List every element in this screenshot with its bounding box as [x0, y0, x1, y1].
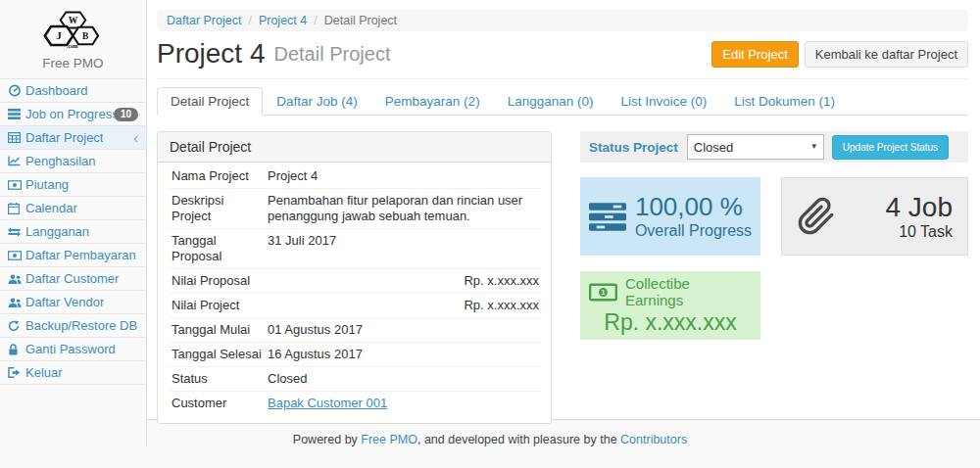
- sidebar-item-label: Job on Progress: [25, 107, 114, 121]
- customer-link[interactable]: Bapak Customer 001: [268, 396, 387, 410]
- svg-text:W: W: [69, 15, 78, 25]
- svg-text:1: 1: [601, 288, 606, 297]
- sidebar-item-ganti-password[interactable]: Ganti Password: [0, 338, 146, 361]
- sign-out-icon: [8, 367, 25, 378]
- job-count-card: 4 Job 10 Task: [781, 177, 968, 256]
- back-to-project-list-button[interactable]: Kembali ke daftar Project: [805, 41, 968, 68]
- refresh-icon: [8, 320, 25, 332]
- sidebar-item-job-on-progress[interactable]: Job on Progress 10: [0, 103, 146, 126]
- sidebar-item-daftar-vendor[interactable]: Daftar Vendor: [0, 291, 146, 314]
- detail-row-value: Rp. x.xxx.xxx: [268, 273, 539, 289]
- edit-project-button[interactable]: Edit Project: [711, 41, 798, 68]
- tab-detail-project[interactable]: Detail Project: [157, 87, 263, 116]
- lock-icon: [8, 344, 25, 355]
- sidebar-item-label: Daftar Pembayaran: [25, 248, 136, 262]
- money-icon: 1: [589, 283, 617, 302]
- breadcrumb: Daftar Project/Project 4/Detail Project: [157, 10, 968, 31]
- detail-row: Tanggal Selesai 16 Agustus 2017: [170, 343, 541, 367]
- sidebar-item-label: Backup/Restore DB: [25, 318, 137, 333]
- chevron-left-icon: ‹: [133, 131, 138, 145]
- tab-langganan-0[interactable]: Langganan (0): [494, 87, 608, 116]
- footer-text: Powered by: [293, 433, 361, 446]
- tab-pembayaran-2[interactable]: Pembayaran (2): [371, 87, 494, 116]
- page-header: Project 4 Detail Project Edit Project Ke…: [157, 38, 968, 70]
- detail-row-label: Tanggal Proposal: [172, 233, 268, 264]
- contributors-link[interactable]: Contributors: [620, 433, 687, 446]
- status-select[interactable]: Closed: [687, 134, 824, 160]
- sidebar-item-daftar-customer[interactable]: Daftar Customer: [0, 267, 146, 291]
- svg-text:J: J: [56, 29, 62, 41]
- sidebar-item-penghasilan[interactable]: Penghasilan: [0, 150, 146, 173]
- tab-content: Detail Project Nama Project Project 4 De…: [157, 116, 968, 424]
- detail-row-value: Bapak Customer 001: [268, 396, 539, 411]
- status-project-bar: Status Project Closed ▼ Update Project S…: [580, 131, 968, 163]
- tab-list-dokumen-1[interactable]: List Dokumen (1): [720, 87, 849, 116]
- logo-block: W J B .com Free PMO: [0, 0, 146, 70]
- main-content: Daftar Project/Project 4/Detail Project …: [147, 0, 980, 420]
- tasks-icon: [8, 109, 25, 119]
- detail-row-value: Project 4: [268, 168, 539, 184]
- detail-row: Tanggal Mulai 01 Agustus 2017: [170, 318, 541, 343]
- earnings-value: Rp. x.xxx.xxx: [589, 309, 752, 336]
- sidebar-item-piutang[interactable]: Piutang: [0, 173, 146, 197]
- earnings-label: Collectibe Earnings: [625, 275, 752, 308]
- sidebar-item-backup-restore-db[interactable]: Backup/Restore DB: [0, 314, 146, 338]
- sidebar-item-label: Calendar: [25, 201, 77, 215]
- jwb-logo-icon: W J B .com: [40, 6, 106, 50]
- overall-progress-card: 100,00 % Overall Progress: [580, 177, 760, 256]
- exchange-icon: [8, 227, 25, 237]
- page-subtitle: Detail Project: [274, 43, 391, 66]
- detail-row-value: Penambahan fitur pelaporan dan rincian u…: [268, 193, 539, 224]
- detail-project-panel: Detail Project Nama Project Project 4 De…: [157, 131, 552, 424]
- page-title: Project 4: [157, 38, 266, 70]
- sidebar-item-label: Dashboard: [25, 83, 88, 98]
- sidebar-item-calendar[interactable]: Calendar: [0, 197, 146, 220]
- sidebar-item-label: Keluar: [25, 365, 63, 380]
- count-badge: 10: [114, 108, 138, 121]
- detail-row-label: Nilai Proposal: [172, 273, 268, 289]
- detail-row-value: Closed: [268, 371, 539, 387]
- users-icon: [8, 298, 25, 307]
- money-icon: [8, 251, 25, 260]
- sidebar-item-keluar[interactable]: Keluar: [0, 361, 146, 385]
- detail-row-label: Deskripsi Project: [172, 193, 268, 224]
- right-column: Status Project Closed ▼ Update Project S…: [580, 131, 968, 424]
- sidebar-item-daftar-project[interactable]: Daftar Project ‹: [0, 126, 146, 150]
- task-count: 10 Task: [886, 223, 954, 241]
- detail-row-label: Tanggal Mulai: [172, 322, 268, 338]
- paperclip-icon: [797, 196, 836, 237]
- tab-daftar-job-4[interactable]: Daftar Job (4): [263, 87, 371, 116]
- detail-row-value: 31 Juli 2017: [268, 233, 539, 264]
- detail-row-value: 01 Agustus 2017: [268, 322, 539, 338]
- footer-text: , and developed with pleasure by the: [417, 433, 620, 446]
- detail-row-label: Tanggal Selesai: [172, 347, 268, 362]
- breadcrumb-separator: /: [241, 14, 258, 27]
- update-project-status-button[interactable]: Update Project Status: [832, 135, 949, 160]
- users-icon: [8, 274, 25, 284]
- breadcrumb-link-daftar-project[interactable]: Daftar Project: [167, 14, 241, 27]
- sidebar-item-label: Piutang: [25, 177, 69, 192]
- detail-row-label: Nilai Project: [172, 298, 268, 313]
- sidebar-item-label: Daftar Vendor: [25, 295, 104, 309]
- detail-row-label: Nama Project: [172, 168, 268, 184]
- status-project-label: Status Project: [589, 140, 678, 155]
- panel-title: Detail Project: [158, 132, 551, 163]
- money-icon: [8, 180, 25, 190]
- breadcrumb-current: Detail Project: [324, 14, 397, 27]
- sidebar-item-langganan[interactable]: Langganan: [0, 220, 146, 244]
- free-pmo-link[interactable]: Free PMO: [361, 433, 417, 446]
- sidebar-item-label: Daftar Customer: [25, 271, 119, 286]
- calendar-icon: [8, 203, 25, 214]
- sidebar-item-label: Daftar Project: [25, 130, 103, 145]
- sidebar-item-label: Penghasilan: [25, 154, 96, 168]
- sidebar-item-daftar-pembayaran[interactable]: Daftar Pembayaran: [0, 244, 146, 267]
- detail-row-label: Customer: [172, 396, 268, 411]
- detail-row: Nilai Project Rp. x.xxx.xxx: [170, 294, 541, 318]
- detail-row-value: Rp. x.xxx.xxx: [268, 298, 539, 313]
- detail-row: Nama Project Project 4: [170, 164, 541, 189]
- detail-table: Nama Project Project 4 Deskripsi Project…: [158, 163, 551, 423]
- tab-list-invoice-0[interactable]: List Invoice (0): [607, 87, 720, 116]
- sidebar-item-dashboard[interactable]: Dashboard: [0, 79, 146, 103]
- breadcrumb-link-project-4[interactable]: Project 4: [259, 14, 307, 27]
- job-count: 4 Job: [886, 193, 954, 223]
